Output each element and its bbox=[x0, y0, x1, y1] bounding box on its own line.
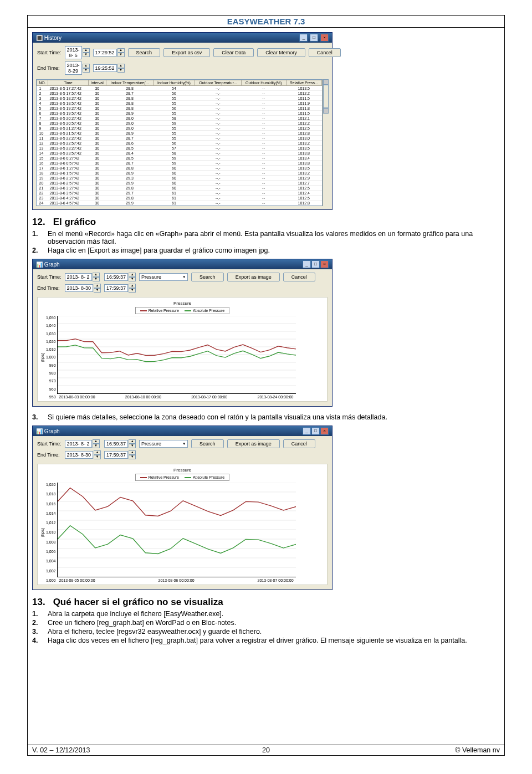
clear-memory-button[interactable]: Clear Memory bbox=[257, 48, 305, 57]
maximize-icon[interactable]: □ bbox=[311, 260, 320, 268]
start-date-field[interactable]: 2013- 8- 2 bbox=[65, 440, 92, 448]
close-icon[interactable]: × bbox=[320, 427, 329, 435]
maximize-icon[interactable]: □ bbox=[310, 34, 318, 42]
table-row[interactable]: 212013-8-6 3:27:423029.860--.---1012.5 bbox=[37, 186, 322, 191]
measure-select[interactable]: Pressure▼ bbox=[139, 440, 188, 448]
spinner-up-icon[interactable]: ▲ bbox=[129, 439, 136, 444]
clear-data-button[interactable]: Clear Data bbox=[213, 48, 254, 57]
end-date-field[interactable]: 2013- 8-30 bbox=[65, 451, 94, 459]
spinner-up-icon[interactable]: ▲ bbox=[117, 48, 125, 53]
table-row[interactable]: 42013-8-5 18:57:423028.855--.---1011.9 bbox=[37, 101, 322, 106]
spinner-down-icon[interactable]: ▼ bbox=[94, 455, 101, 459]
table-row[interactable]: 142013-8-5 23:57:423028.458--.---1013.8 bbox=[37, 151, 322, 156]
history-table: NO.TimeIntervalIndoor Temperature(...Ind… bbox=[37, 80, 322, 206]
table-row[interactable]: 22013-8-5 17:57:423028.756--.---1012.2 bbox=[37, 91, 322, 96]
table-row[interactable]: 72013-8-5 20:27:423028.058--.---1012.1 bbox=[37, 116, 322, 121]
spinner-up-icon[interactable]: ▲ bbox=[129, 450, 136, 455]
spinner-up-icon[interactable]: ▲ bbox=[93, 439, 100, 444]
measure-select[interactable]: Pressure▼ bbox=[139, 273, 188, 281]
search-button[interactable]: Search bbox=[128, 48, 161, 57]
start-time-field[interactable]: 16:59:37 bbox=[104, 273, 128, 281]
minimize-icon[interactable]: _ bbox=[303, 260, 311, 268]
plot-svg[interactable] bbox=[57, 316, 296, 394]
history-col-header[interactable]: Time bbox=[48, 80, 89, 86]
table-row[interactable]: 112013-8-5 22:27:423028.755--.---1013.0 bbox=[37, 136, 322, 141]
spinner-up-icon[interactable]: ▲ bbox=[94, 284, 101, 288]
section-13-heading: 13.Qué hacer si el gráfico no se visuali… bbox=[32, 597, 500, 608]
start-time-label: Start Time: bbox=[37, 441, 62, 447]
history-col-header[interactable]: Outdoor Temperatur... bbox=[195, 80, 241, 86]
list-item: 2.Cree un fichero [reg_graph.bat] en Wor… bbox=[32, 619, 500, 627]
spinner-down-icon[interactable]: ▼ bbox=[83, 68, 90, 73]
table-row[interactable]: 12013-8-5 17:27:423028.854--.---1013.5 bbox=[37, 86, 322, 91]
table-row[interactable]: 222013-8-6 3:57:423029.761--.---1012.4 bbox=[37, 191, 322, 196]
start-date-field[interactable]: 2013- 8- 5 bbox=[65, 46, 82, 59]
table-row[interactable]: 162013-8-6 0:57:423028.759--.---1013.8 bbox=[37, 161, 322, 166]
history-col-header[interactable]: Outdoor Humidity(%) bbox=[241, 80, 286, 86]
history-col-header[interactable]: NO. bbox=[37, 80, 48, 86]
end-date-field[interactable]: 2013- 8-29 bbox=[65, 61, 82, 75]
table-row[interactable]: 202013-8-6 2:57:423029.960--.---1012.7 bbox=[37, 181, 322, 186]
spinner-up-icon[interactable]: ▲ bbox=[83, 48, 90, 53]
history-col-header[interactable]: Interval bbox=[88, 80, 106, 86]
spinner-down-icon[interactable]: ▼ bbox=[117, 53, 125, 57]
table-row[interactable]: 92013-8-5 21:27:423029.055--.---1012.5 bbox=[37, 126, 322, 131]
scrollbar[interactable] bbox=[323, 79, 329, 206]
spinner-down-icon[interactable]: ▼ bbox=[93, 444, 100, 448]
spinner-up-icon[interactable]: ▲ bbox=[117, 64, 125, 68]
spinner-down-icon[interactable]: ▼ bbox=[129, 288, 136, 293]
plot-area: Pressure Relative Pressure Absolute Pres… bbox=[37, 297, 328, 402]
search-button[interactable]: Search bbox=[191, 273, 224, 281]
spinner-down-icon[interactable]: ▼ bbox=[117, 68, 125, 73]
table-row[interactable]: 182013-8-6 1:57:423028.960--.---1013.2 bbox=[37, 171, 322, 176]
table-row[interactable]: 102013-8-5 21:57:423028.955--.---1012.8 bbox=[37, 131, 322, 136]
start-time-field[interactable]: 17:29:52 bbox=[93, 49, 117, 57]
spinner-up-icon[interactable]: ▲ bbox=[129, 284, 136, 288]
history-col-header[interactable]: Indoor Temperature(... bbox=[106, 80, 153, 86]
end-time-field[interactable]: 17:59:37 bbox=[104, 451, 128, 459]
minimize-icon[interactable]: _ bbox=[299, 34, 308, 42]
search-button[interactable]: Search bbox=[191, 439, 224, 448]
table-row[interactable]: 132013-8-5 23:27:423028.557--.---1013.5 bbox=[37, 146, 322, 151]
table-row[interactable]: 52013-8-5 19:27:423028.856--.---1011.8 bbox=[37, 106, 322, 111]
section-12-list: 1.En el menú «Record» haga clic en «Grap… bbox=[32, 230, 500, 254]
end-date-field[interactable]: 2013- 8-30 bbox=[65, 284, 94, 292]
spinner-down-icon[interactable]: ▼ bbox=[83, 53, 90, 57]
spinner-down-icon[interactable]: ▼ bbox=[93, 277, 100, 281]
spinner-up-icon[interactable]: ▲ bbox=[129, 273, 136, 277]
maximize-icon[interactable]: □ bbox=[311, 427, 320, 435]
minimize-icon[interactable]: _ bbox=[303, 427, 311, 435]
start-date-field[interactable]: 2013- 8- 2 bbox=[65, 273, 92, 281]
cancel-button[interactable]: Cancel bbox=[309, 48, 341, 57]
spinner-down-icon[interactable]: ▼ bbox=[94, 288, 101, 293]
history-col-header[interactable]: Indoor Humidity(%) bbox=[154, 80, 195, 86]
close-icon[interactable]: × bbox=[320, 34, 329, 42]
table-row[interactable]: 62013-8-5 19:57:423028.955--.---1011.5 bbox=[37, 111, 322, 116]
page-header: EASYWEATHER 7.3 bbox=[28, 16, 504, 28]
table-row[interactable]: 172013-8-6 1:27:423028.860--.---1013.5 bbox=[37, 166, 322, 171]
table-row[interactable]: 232013-8-6 4:27:423029.861--.---1012.5 bbox=[37, 196, 322, 201]
cancel-button[interactable]: Cancel bbox=[283, 439, 315, 448]
plot-svg[interactable] bbox=[57, 483, 296, 577]
table-row[interactable]: 82013-8-5 20:57:423029.059--.---1012.2 bbox=[37, 121, 322, 126]
spinner-up-icon[interactable]: ▲ bbox=[94, 450, 101, 455]
export-csv-button[interactable]: Export as csv bbox=[163, 48, 210, 57]
table-row[interactable]: 32013-8-5 18:27:423028.855--.---1011.5 bbox=[37, 96, 322, 101]
table-row[interactable]: 192013-8-6 2:27:423029.360--.---1012.9 bbox=[37, 176, 322, 181]
cancel-button[interactable]: Cancel bbox=[283, 273, 315, 281]
end-time-field[interactable]: 17:59:37 bbox=[104, 284, 128, 292]
spinner-down-icon[interactable]: ▼ bbox=[129, 444, 136, 448]
spinner-down-icon[interactable]: ▼ bbox=[129, 455, 136, 459]
table-row[interactable]: 152013-8-6 0:27:423028.559--.---1013.4 bbox=[37, 156, 322, 161]
spinner-up-icon[interactable]: ▲ bbox=[93, 273, 100, 277]
table-row[interactable]: 242013-8-6 4:57:423029.961--.---1012.8 bbox=[37, 201, 322, 206]
spinner-down-icon[interactable]: ▼ bbox=[129, 277, 136, 281]
export-image-button[interactable]: Export as image bbox=[227, 439, 280, 448]
history-col-header[interactable]: Relative Press... bbox=[286, 80, 321, 86]
table-row[interactable]: 122013-8-5 22:57:423028.656--.---1013.2 bbox=[37, 141, 322, 146]
export-image-button[interactable]: Export as image bbox=[227, 273, 280, 281]
start-time-field[interactable]: 16:59:37 bbox=[104, 440, 128, 448]
spinner-up-icon[interactable]: ▲ bbox=[83, 64, 90, 68]
close-icon[interactable]: × bbox=[320, 260, 329, 268]
end-time-field[interactable]: 19:25:52 bbox=[93, 64, 117, 72]
